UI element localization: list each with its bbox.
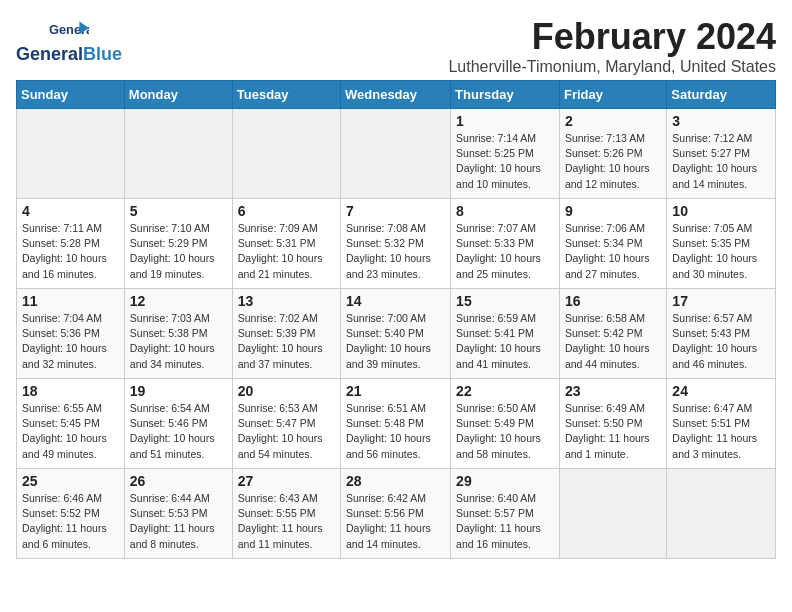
weekday-header-thursday: Thursday bbox=[451, 81, 560, 109]
day-info: Sunrise: 6:46 AM Sunset: 5:52 PM Dayligh… bbox=[22, 491, 119, 552]
calendar-cell bbox=[17, 109, 125, 199]
calendar-cell: 28Sunrise: 6:42 AM Sunset: 5:56 PM Dayli… bbox=[341, 469, 451, 559]
calendar-cell: 2Sunrise: 7:13 AM Sunset: 5:26 PM Daylig… bbox=[559, 109, 666, 199]
day-info: Sunrise: 7:10 AM Sunset: 5:29 PM Dayligh… bbox=[130, 221, 227, 282]
day-number: 17 bbox=[672, 293, 770, 309]
calendar-cell: 15Sunrise: 6:59 AM Sunset: 5:41 PM Dayli… bbox=[451, 289, 560, 379]
calendar-cell: 26Sunrise: 6:44 AM Sunset: 5:53 PM Dayli… bbox=[124, 469, 232, 559]
calendar-cell bbox=[232, 109, 340, 199]
day-info: Sunrise: 7:03 AM Sunset: 5:38 PM Dayligh… bbox=[130, 311, 227, 372]
day-number: 14 bbox=[346, 293, 445, 309]
calendar-cell bbox=[667, 469, 776, 559]
weekday-header-wednesday: Wednesday bbox=[341, 81, 451, 109]
day-info: Sunrise: 7:14 AM Sunset: 5:25 PM Dayligh… bbox=[456, 131, 554, 192]
calendar-cell: 5Sunrise: 7:10 AM Sunset: 5:29 PM Daylig… bbox=[124, 199, 232, 289]
logo: General General Blue bbox=[16, 20, 122, 65]
weekday-header-tuesday: Tuesday bbox=[232, 81, 340, 109]
day-number: 21 bbox=[346, 383, 445, 399]
day-info: Sunrise: 6:55 AM Sunset: 5:45 PM Dayligh… bbox=[22, 401, 119, 462]
calendar-subtitle: Lutherville-Timonium, Maryland, United S… bbox=[16, 58, 776, 76]
day-number: 1 bbox=[456, 113, 554, 129]
day-number: 13 bbox=[238, 293, 335, 309]
day-info: Sunrise: 6:51 AM Sunset: 5:48 PM Dayligh… bbox=[346, 401, 445, 462]
day-number: 26 bbox=[130, 473, 227, 489]
day-number: 18 bbox=[22, 383, 119, 399]
weekday-header-sunday: Sunday bbox=[17, 81, 125, 109]
calendar-cell: 7Sunrise: 7:08 AM Sunset: 5:32 PM Daylig… bbox=[341, 199, 451, 289]
day-number: 7 bbox=[346, 203, 445, 219]
calendar-cell: 21Sunrise: 6:51 AM Sunset: 5:48 PM Dayli… bbox=[341, 379, 451, 469]
day-info: Sunrise: 7:08 AM Sunset: 5:32 PM Dayligh… bbox=[346, 221, 445, 282]
day-info: Sunrise: 7:13 AM Sunset: 5:26 PM Dayligh… bbox=[565, 131, 661, 192]
day-number: 11 bbox=[22, 293, 119, 309]
logo-blue: Blue bbox=[83, 44, 122, 65]
day-info: Sunrise: 7:02 AM Sunset: 5:39 PM Dayligh… bbox=[238, 311, 335, 372]
day-info: Sunrise: 7:05 AM Sunset: 5:35 PM Dayligh… bbox=[672, 221, 770, 282]
calendar-cell: 3Sunrise: 7:12 AM Sunset: 5:27 PM Daylig… bbox=[667, 109, 776, 199]
day-number: 23 bbox=[565, 383, 661, 399]
day-info: Sunrise: 6:54 AM Sunset: 5:46 PM Dayligh… bbox=[130, 401, 227, 462]
day-info: Sunrise: 6:42 AM Sunset: 5:56 PM Dayligh… bbox=[346, 491, 445, 552]
day-number: 16 bbox=[565, 293, 661, 309]
calendar-cell: 12Sunrise: 7:03 AM Sunset: 5:38 PM Dayli… bbox=[124, 289, 232, 379]
calendar-cell: 17Sunrise: 6:57 AM Sunset: 5:43 PM Dayli… bbox=[667, 289, 776, 379]
day-info: Sunrise: 6:53 AM Sunset: 5:47 PM Dayligh… bbox=[238, 401, 335, 462]
calendar-cell: 24Sunrise: 6:47 AM Sunset: 5:51 PM Dayli… bbox=[667, 379, 776, 469]
day-number: 10 bbox=[672, 203, 770, 219]
day-number: 8 bbox=[456, 203, 554, 219]
calendar-cell: 13Sunrise: 7:02 AM Sunset: 5:39 PM Dayli… bbox=[232, 289, 340, 379]
calendar-cell: 25Sunrise: 6:46 AM Sunset: 5:52 PM Dayli… bbox=[17, 469, 125, 559]
day-number: 20 bbox=[238, 383, 335, 399]
day-number: 15 bbox=[456, 293, 554, 309]
calendar-cell: 1Sunrise: 7:14 AM Sunset: 5:25 PM Daylig… bbox=[451, 109, 560, 199]
day-number: 12 bbox=[130, 293, 227, 309]
day-info: Sunrise: 7:04 AM Sunset: 5:36 PM Dayligh… bbox=[22, 311, 119, 372]
day-info: Sunrise: 7:12 AM Sunset: 5:27 PM Dayligh… bbox=[672, 131, 770, 192]
calendar-cell: 11Sunrise: 7:04 AM Sunset: 5:36 PM Dayli… bbox=[17, 289, 125, 379]
logo-general: General bbox=[16, 44, 83, 65]
weekday-header-monday: Monday bbox=[124, 81, 232, 109]
day-info: Sunrise: 7:00 AM Sunset: 5:40 PM Dayligh… bbox=[346, 311, 445, 372]
day-info: Sunrise: 6:44 AM Sunset: 5:53 PM Dayligh… bbox=[130, 491, 227, 552]
calendar-cell: 9Sunrise: 7:06 AM Sunset: 5:34 PM Daylig… bbox=[559, 199, 666, 289]
calendar-cell: 19Sunrise: 6:54 AM Sunset: 5:46 PM Dayli… bbox=[124, 379, 232, 469]
day-number: 4 bbox=[22, 203, 119, 219]
day-number: 3 bbox=[672, 113, 770, 129]
calendar-cell bbox=[124, 109, 232, 199]
day-info: Sunrise: 6:57 AM Sunset: 5:43 PM Dayligh… bbox=[672, 311, 770, 372]
calendar-cell: 10Sunrise: 7:05 AM Sunset: 5:35 PM Dayli… bbox=[667, 199, 776, 289]
calendar-cell: 16Sunrise: 6:58 AM Sunset: 5:42 PM Dayli… bbox=[559, 289, 666, 379]
day-info: Sunrise: 6:43 AM Sunset: 5:55 PM Dayligh… bbox=[238, 491, 335, 552]
day-number: 5 bbox=[130, 203, 227, 219]
day-number: 6 bbox=[238, 203, 335, 219]
calendar-cell: 18Sunrise: 6:55 AM Sunset: 5:45 PM Dayli… bbox=[17, 379, 125, 469]
day-info: Sunrise: 6:47 AM Sunset: 5:51 PM Dayligh… bbox=[672, 401, 770, 462]
weekday-header-saturday: Saturday bbox=[667, 81, 776, 109]
calendar-table: SundayMondayTuesdayWednesdayThursdayFrid… bbox=[16, 80, 776, 559]
header: February 2024 Lutherville-Timonium, Mary… bbox=[16, 16, 776, 76]
day-info: Sunrise: 6:59 AM Sunset: 5:41 PM Dayligh… bbox=[456, 311, 554, 372]
calendar-cell: 8Sunrise: 7:07 AM Sunset: 5:33 PM Daylig… bbox=[451, 199, 560, 289]
day-number: 9 bbox=[565, 203, 661, 219]
calendar-cell: 14Sunrise: 7:00 AM Sunset: 5:40 PM Dayli… bbox=[341, 289, 451, 379]
weekday-header-friday: Friday bbox=[559, 81, 666, 109]
day-number: 28 bbox=[346, 473, 445, 489]
day-number: 2 bbox=[565, 113, 661, 129]
calendar-cell: 4Sunrise: 7:11 AM Sunset: 5:28 PM Daylig… bbox=[17, 199, 125, 289]
day-info: Sunrise: 6:49 AM Sunset: 5:50 PM Dayligh… bbox=[565, 401, 661, 462]
day-number: 27 bbox=[238, 473, 335, 489]
calendar-cell bbox=[559, 469, 666, 559]
day-info: Sunrise: 7:06 AM Sunset: 5:34 PM Dayligh… bbox=[565, 221, 661, 282]
day-info: Sunrise: 6:50 AM Sunset: 5:49 PM Dayligh… bbox=[456, 401, 554, 462]
calendar-cell: 6Sunrise: 7:09 AM Sunset: 5:31 PM Daylig… bbox=[232, 199, 340, 289]
calendar-title: February 2024 bbox=[16, 16, 776, 58]
day-info: Sunrise: 7:07 AM Sunset: 5:33 PM Dayligh… bbox=[456, 221, 554, 282]
calendar-cell: 22Sunrise: 6:50 AM Sunset: 5:49 PM Dayli… bbox=[451, 379, 560, 469]
calendar-cell: 27Sunrise: 6:43 AM Sunset: 5:55 PM Dayli… bbox=[232, 469, 340, 559]
calendar-cell: 23Sunrise: 6:49 AM Sunset: 5:50 PM Dayli… bbox=[559, 379, 666, 469]
day-info: Sunrise: 6:40 AM Sunset: 5:57 PM Dayligh… bbox=[456, 491, 554, 552]
day-number: 25 bbox=[22, 473, 119, 489]
day-number: 19 bbox=[130, 383, 227, 399]
day-number: 24 bbox=[672, 383, 770, 399]
calendar-cell: 20Sunrise: 6:53 AM Sunset: 5:47 PM Dayli… bbox=[232, 379, 340, 469]
